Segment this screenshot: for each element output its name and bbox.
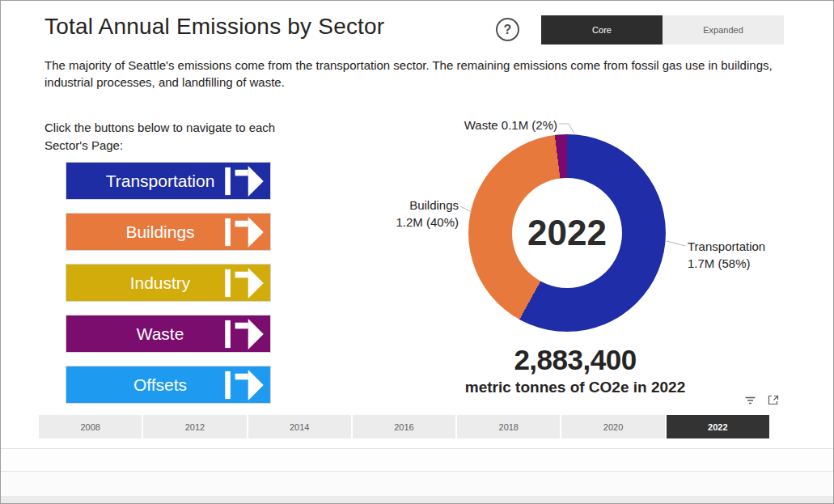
callout-transportation-value: 1.7M (58%) bbox=[688, 255, 817, 272]
year-tab-2020[interactable]: 2020 bbox=[561, 415, 664, 438]
arrow-right-icon bbox=[225, 369, 269, 401]
nav-button-industry[interactable]: Industry bbox=[66, 265, 270, 301]
sector-nav: Transportation Buildings Industry Waste … bbox=[66, 163, 270, 417]
callout-buildings-value: 1.2M (40%) bbox=[355, 214, 459, 231]
total-caption: metric tonnes of CO2e in 2022 bbox=[438, 379, 713, 396]
toggle-expanded-button[interactable]: Expanded bbox=[663, 15, 784, 44]
nav-button-offsets[interactable]: Offsets bbox=[66, 366, 270, 403]
window-bottom-strip bbox=[1, 496, 833, 504]
year-tab-2008[interactable]: 2008 bbox=[39, 415, 142, 438]
nav-instruction: Click the buttons below to navigate to e… bbox=[44, 119, 302, 155]
arrow-right-icon bbox=[225, 216, 269, 248]
view-toggle: Core Expanded bbox=[541, 15, 784, 44]
toggle-core-button[interactable]: Core bbox=[541, 15, 663, 44]
callout-waste: Waste 0.1M (2%) bbox=[444, 116, 557, 133]
focus-mode-icon[interactable] bbox=[766, 393, 781, 410]
donut-chart[interactable] bbox=[468, 134, 666, 332]
nav-button-transportation[interactable]: Transportation bbox=[66, 163, 270, 199]
help-icon[interactable]: ? bbox=[496, 18, 519, 41]
nav-button-label: Waste bbox=[66, 324, 225, 344]
year-tab-2022[interactable]: 2022 bbox=[667, 415, 769, 438]
report-description: The majority of Seattle's emissions come… bbox=[44, 57, 777, 91]
callout-buildings: Buildings 1.2M (40%) bbox=[355, 197, 459, 231]
powerbi-report: Total Annual Emissions by Sector ? Core … bbox=[0, 0, 834, 504]
arrow-right-icon bbox=[225, 267, 269, 299]
nav-button-label: Industry bbox=[66, 273, 225, 293]
nav-button-waste[interactable]: Waste bbox=[66, 316, 270, 352]
arrow-right-icon bbox=[225, 165, 269, 197]
nav-button-label: Buildings bbox=[66, 222, 225, 242]
callout-buildings-name: Buildings bbox=[355, 197, 459, 214]
callout-transportation: Transportation 1.7M (58%) bbox=[688, 238, 817, 272]
nav-button-label: Offsets bbox=[66, 375, 225, 395]
year-tab-2016[interactable]: 2016 bbox=[353, 415, 455, 438]
arrow-right-icon bbox=[225, 318, 269, 350]
callout-transportation-name: Transportation bbox=[688, 238, 817, 255]
zoom-bar: - + 76% bbox=[1, 448, 833, 471]
total-value: 2,883,400 bbox=[438, 344, 713, 376]
year-tab-2014[interactable]: 2014 bbox=[248, 415, 351, 438]
year-tab-2018[interactable]: 2018 bbox=[457, 415, 560, 438]
total-emissions: 2,883,400 metric tonnes of CO2e in 2022 bbox=[438, 344, 713, 396]
powerbi-footer: Microsoft Power BI ‹ 1 of 15 › bbox=[1, 471, 833, 496]
year-slicer: 2008 2012 2014 2016 2018 2020 2022 bbox=[39, 415, 769, 438]
nav-button-label: Transportation bbox=[66, 172, 225, 191]
filter-icon[interactable] bbox=[743, 394, 757, 410]
year-tab-2012[interactable]: 2012 bbox=[143, 415, 246, 438]
nav-button-buildings[interactable]: Buildings bbox=[66, 214, 270, 250]
page-title: Total Annual Emissions by Sector bbox=[44, 14, 384, 40]
